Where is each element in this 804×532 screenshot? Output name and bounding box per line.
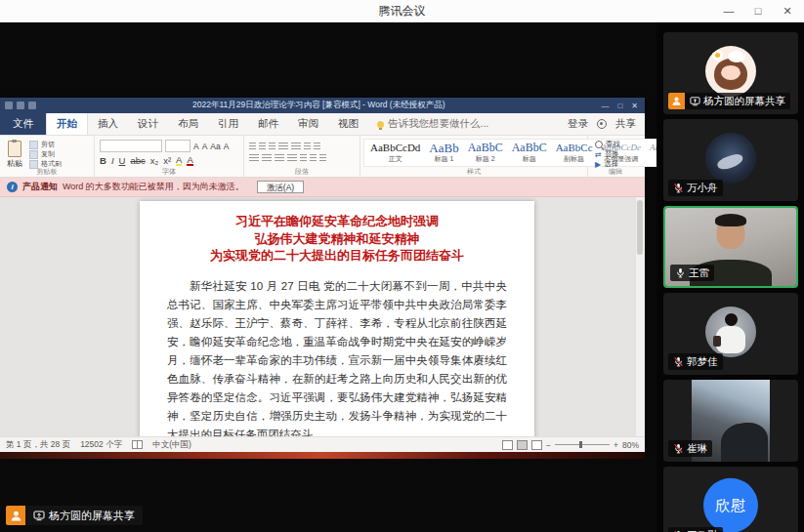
tab-mailings[interactable]: 邮件 <box>248 113 288 135</box>
style-item-heading2[interactable]: AaBbC标题 2 <box>464 141 507 165</box>
page-indicator[interactable]: 第 1 页，共 28 页 <box>6 439 70 451</box>
tab-view[interactable]: 视图 <box>328 113 368 135</box>
maximize-icon[interactable]: □ <box>743 0 773 21</box>
participant-tile[interactable]: 万小舟 <box>663 119 798 201</box>
tab-review[interactable]: 审阅 <box>288 113 328 135</box>
text-highlight-icon[interactable]: A <box>176 155 182 166</box>
find-button[interactable]: 查找 <box>595 140 620 149</box>
zoom-slider[interactable] <box>555 444 610 445</box>
replace-button[interactable]: ⇄替换 <box>595 149 620 159</box>
close-icon[interactable]: ✕ <box>773 0 802 21</box>
web-layout-icon[interactable] <box>531 440 542 450</box>
redo-icon[interactable] <box>28 102 36 109</box>
share-button[interactable]: 共享 <box>615 117 636 131</box>
style-item-title[interactable]: AaBbC标题 <box>508 141 551 165</box>
line-spacing-icon[interactable] <box>300 154 307 163</box>
numbering-icon[interactable] <box>259 143 266 151</box>
italic-icon[interactable]: I <box>111 155 114 166</box>
print-layout-icon[interactable] <box>517 440 528 450</box>
font-color-icon[interactable]: A <box>187 155 192 166</box>
zoom-in-button[interactable]: + <box>614 440 618 450</box>
underline-icon[interactable]: U <box>119 155 126 166</box>
app-title: 腾讯会议 <box>0 0 804 21</box>
zoom-out-button[interactable]: − <box>546 440 551 450</box>
meeting-main: 2022年11月29日政治理论学习内容 [兼容模式] - Word (未经授权产… <box>0 21 804 532</box>
superscript-icon[interactable]: x² <box>163 155 171 166</box>
tab-design[interactable]: 设计 <box>128 113 168 135</box>
strikethrough-icon[interactable]: abc <box>130 155 145 166</box>
sharer-person-icon <box>668 93 685 109</box>
bold-icon[interactable]: B <box>100 155 106 166</box>
font-size-combobox[interactable] <box>165 140 190 152</box>
zoom-level[interactable]: 80% <box>622 440 639 450</box>
tell-me-box[interactable]: 告诉我您想要做什么... <box>368 113 497 135</box>
tab-home[interactable]: 开始 <box>46 113 88 135</box>
proofing-icon[interactable] <box>132 440 143 449</box>
zoom-slider-thumb[interactable] <box>579 441 582 448</box>
group-label-styles: 样式 <box>360 167 587 177</box>
style-item-heading1[interactable]: AaBb标题 1 <box>425 141 462 165</box>
clipboard-icon <box>8 141 21 157</box>
quick-access-toolbar <box>5 102 36 109</box>
tab-layout[interactable]: 布局 <box>168 113 208 135</box>
language-indicator[interactable]: 中文(中国) <box>152 439 191 451</box>
tab-insert[interactable]: 插入 <box>88 113 128 135</box>
group-label-clipboard: 剪贴板 <box>0 167 94 177</box>
document-page[interactable]: 习近平在瞻仰延安革命纪念地时强调 弘扬伟大建党精神和延安精神 为实现党的二十大提… <box>140 201 534 436</box>
replace-icon: ⇄ <box>595 150 602 159</box>
word-minimize-icon[interactable]: — <box>601 102 609 110</box>
paste-button[interactable]: 粘贴 <box>5 139 24 170</box>
word-maximize-icon[interactable]: □ <box>617 102 622 110</box>
participant-tile[interactable]: 郭梦佳 <box>663 293 798 375</box>
read-mode-icon[interactable] <box>502 440 513 450</box>
screen-share-icon <box>690 96 700 106</box>
mic-muted-icon <box>673 443 684 454</box>
undo-icon[interactable] <box>17 102 24 109</box>
notice-message: Word 的大多数功能已被禁用，因为尚未激活。 <box>63 181 244 193</box>
multilevel-list-icon[interactable] <box>269 143 275 151</box>
borders-icon[interactable] <box>319 154 326 163</box>
decrease-indent-icon[interactable] <box>278 143 288 151</box>
document-body-text: 新华社延安 10 月 27 日电 党的二十大闭幕不到一周，中共中央总书记、国家主… <box>167 277 507 437</box>
minimize-icon[interactable]: — <box>714 0 743 21</box>
copy-button[interactable]: 复制 <box>29 149 62 159</box>
cut-icon <box>29 141 38 149</box>
sign-in-link[interactable]: 登录 <box>568 117 588 131</box>
change-case-icon[interactable]: Aa <box>210 142 220 151</box>
style-item-normal[interactable]: AaBbCcDd正文 <box>366 141 424 165</box>
subscript-icon[interactable]: x₂ <box>150 155 158 166</box>
shrink-font-icon[interactable]: A <box>202 142 208 151</box>
word-window: 2022年11月29日政治理论学习内容 [兼容模式] - Word (未经授权产… <box>0 98 645 452</box>
activate-button[interactable]: 激活(A) <box>257 181 304 193</box>
vertical-scrollbar[interactable] <box>635 197 645 436</box>
participant-name-badge: 杨方圆的屏幕共享 <box>685 93 790 109</box>
align-center-icon[interactable] <box>262 154 272 163</box>
word-close-icon[interactable]: ✕ <box>631 102 638 110</box>
save-icon[interactable] <box>5 102 13 109</box>
participant-name-badge: 王雷 <box>670 265 714 281</box>
font-name-combobox[interactable] <box>100 140 162 152</box>
sharer-label-badge: 杨方圆的屏幕共享 <box>25 506 143 525</box>
cut-button[interactable]: 剪切 <box>29 140 62 149</box>
lightbulb-icon <box>377 121 384 128</box>
increase-indent-icon[interactable] <box>291 143 301 151</box>
justify-icon[interactable] <box>287 154 297 163</box>
participant-tile[interactable]: 欣慰 王欣慰 <box>663 467 798 532</box>
tencent-meeting-window: 腾讯会议 — □ ✕ 2022年11月29日政治理论学习内容 [兼容模式] - … <box>0 0 804 532</box>
tab-file[interactable]: 文件 <box>0 113 46 135</box>
clear-formatting-icon[interactable]: A <box>224 142 230 151</box>
participant-tile[interactable]: 崔琳 <box>663 380 798 462</box>
align-left-icon[interactable] <box>249 154 259 163</box>
word-count[interactable]: 12502 个字 <box>80 439 122 451</box>
shading-icon[interactable] <box>310 154 317 163</box>
show-marks-icon[interactable] <box>314 143 320 151</box>
info-icon: i <box>7 182 18 192</box>
align-right-icon[interactable] <box>275 154 284 163</box>
tab-references[interactable]: 引用 <box>208 113 248 135</box>
scrollbar-thumb[interactable] <box>637 200 643 255</box>
bullets-icon[interactable] <box>249 143 256 151</box>
participant-tile-speaking[interactable]: 王雷 <box>663 206 798 288</box>
sort-icon[interactable] <box>304 143 311 151</box>
participant-tile-sharer[interactable]: 杨方圆的屏幕共享 <box>663 32 798 114</box>
grow-font-icon[interactable]: A <box>193 142 199 151</box>
